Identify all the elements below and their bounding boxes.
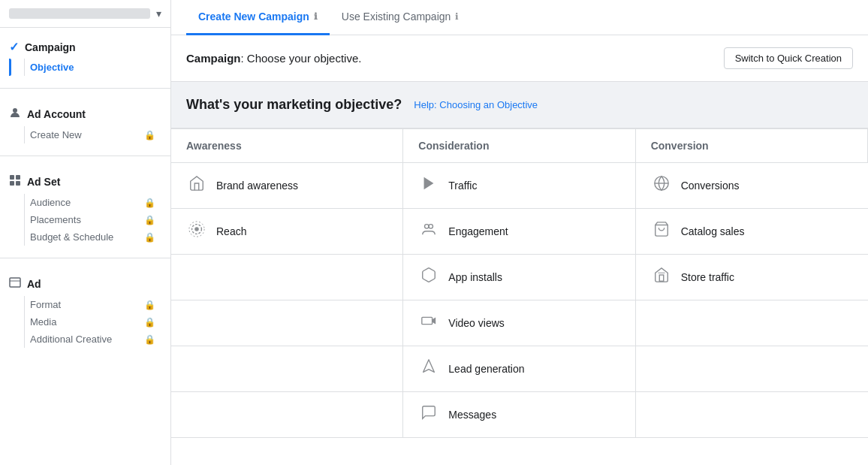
sidebar-ad-account-header: Ad Account <box>9 107 161 122</box>
svg-rect-3 <box>10 181 14 186</box>
objective-header: Campaign: Choose your objective. Switch … <box>171 35 868 82</box>
sidebar-ad-set-section: Ad Set Audience 🔒 Placements 🔒 Budget & … <box>0 162 170 252</box>
ad-icon <box>9 276 21 291</box>
video-views-icon <box>418 313 439 334</box>
col-header-consideration: Consideration <box>403 129 635 163</box>
svg-rect-2 <box>16 175 20 180</box>
svg-rect-4 <box>16 181 20 186</box>
sidebar-ad-account-section: Ad Account Create New 🔒 <box>0 95 170 149</box>
obj-empty-r5-c1 <box>171 346 403 392</box>
sidebar-item-placements[interactable]: Placements 🔒 <box>9 211 161 228</box>
obj-engagement[interactable]: Engagement <box>403 209 635 255</box>
lock-icon-additional-creative: 🔒 <box>144 334 155 345</box>
sidebar-create-new-label: Create New <box>30 129 144 140</box>
account-selector[interactable]: ▾ <box>0 0 170 28</box>
brand-awareness-label: Brand awareness <box>216 180 298 192</box>
svg-rect-15 <box>659 275 664 281</box>
marketing-title: What's your marketing objective? <box>186 97 402 113</box>
tab-use-existing-campaign[interactable]: Use Existing Campaign ℹ <box>330 0 472 35</box>
engagement-label: Engagement <box>448 225 508 237</box>
lock-icon-media: 🔒 <box>144 317 155 328</box>
sidebar-item-additional-creative[interactable]: Additional Creative 🔒 <box>9 331 161 348</box>
sidebar-item-audience[interactable]: Audience 🔒 <box>9 194 161 211</box>
sidebar-campaign-header: ✓ Campaign <box>9 40 161 54</box>
obj-brand-awareness[interactable]: Brand awareness <box>171 163 403 209</box>
svg-point-9 <box>194 227 199 231</box>
obj-messages[interactable]: Messages <box>403 392 635 438</box>
marketing-help-link[interactable]: Help: Choosing an Objective <box>414 99 538 110</box>
obj-empty-r4-c3 <box>636 300 868 346</box>
obj-store-traffic[interactable]: Store traffic <box>636 255 868 300</box>
svg-point-12 <box>425 225 429 229</box>
marketing-section: What's your marketing objective? Help: C… <box>171 82 868 128</box>
traffic-icon <box>418 175 439 196</box>
lock-icon-audience: 🔒 <box>144 198 155 208</box>
sidebar-item-budget-schedule[interactable]: Budget & Schedule 🔒 <box>9 228 161 246</box>
store-traffic-label: Store traffic <box>681 271 734 283</box>
sidebar-ad-header: Ad <box>9 276 161 291</box>
divider-2 <box>0 156 170 156</box>
objective-title-rest: : Choose your objective. <box>241 52 362 65</box>
svg-rect-17 <box>422 317 432 324</box>
messages-label: Messages <box>448 409 496 421</box>
obj-catalog-sales[interactable]: Catalog sales <box>636 209 868 255</box>
sidebar: ▾ ✓ Campaign Objective Ad Account Create… <box>0 0 171 465</box>
lock-icon-placements: 🔒 <box>144 215 155 225</box>
obj-video-views[interactable]: Video views <box>403 300 635 346</box>
video-views-label: Video views <box>448 317 504 329</box>
lock-icon-format: 🔒 <box>144 300 155 310</box>
obj-empty-r6-c1 <box>171 392 403 438</box>
reach-label: Reach <box>216 225 246 237</box>
main-content: Create New Campaign ℹ Use Existing Campa… <box>171 0 868 465</box>
brand-awareness-icon <box>186 175 207 196</box>
sidebar-campaign-section: ✓ Campaign Objective <box>0 28 170 82</box>
objective-title-bold: Campaign <box>186 52 241 65</box>
obj-app-installs[interactable]: App installs <box>403 255 635 300</box>
obj-reach[interactable]: Reach <box>171 209 403 255</box>
sidebar-item-create-new-ad[interactable]: Create New 🔒 <box>9 126 161 143</box>
objectives-grid: Awareness Consideration Conversion Brand… <box>171 128 868 438</box>
sidebar-campaign-label: Campaign <box>25 41 76 53</box>
obj-empty-r4-c1 <box>171 300 403 346</box>
svg-point-0 <box>13 108 17 113</box>
catalog-sales-icon <box>651 221 672 242</box>
objectives-container: Awareness Consideration Conversion Brand… <box>171 128 868 465</box>
sidebar-ad-set-header: Ad Set <box>9 174 161 189</box>
col-header-conversion: Conversion <box>636 129 868 163</box>
obj-conversions[interactable]: Conversions <box>636 163 868 209</box>
lead-generation-label: Lead generation <box>448 363 524 375</box>
sidebar-item-media[interactable]: Media 🔒 <box>9 313 161 331</box>
obj-lead-generation[interactable]: Lead generation <box>403 346 635 392</box>
reach-icon <box>186 221 207 242</box>
svg-marker-19 <box>423 360 435 373</box>
sidebar-item-objective[interactable]: Objective <box>9 59 161 76</box>
traffic-label: Traffic <box>448 180 477 192</box>
app-installs-icon <box>418 267 439 288</box>
sidebar-ad-label: Ad <box>27 278 41 290</box>
conversions-label: Conversions <box>681 180 740 192</box>
svg-rect-1 <box>10 175 14 180</box>
obj-empty-r6-c3 <box>636 392 868 438</box>
svg-point-13 <box>429 225 433 229</box>
tab-use-existing-label: Use Existing Campaign <box>342 11 451 23</box>
tab-create-new-label: Create New Campaign <box>198 11 309 23</box>
divider-1 <box>0 88 170 89</box>
sidebar-ad-account-label: Ad Account <box>27 108 86 120</box>
sidebar-budget-label: Budget & Schedule <box>30 231 144 243</box>
sidebar-ad-set-label: Ad Set <box>27 176 60 188</box>
quick-creation-button[interactable]: Switch to Quick Creation <box>724 47 853 69</box>
lock-icon-budget: 🔒 <box>144 232 155 243</box>
tabs-bar: Create New Campaign ℹ Use Existing Campa… <box>171 0 868 35</box>
sidebar-item-format[interactable]: Format 🔒 <box>9 296 161 313</box>
ad-set-icon <box>9 174 21 189</box>
conversions-icon <box>651 175 672 196</box>
store-traffic-icon <box>651 267 672 288</box>
messages-icon <box>418 404 439 425</box>
obj-traffic[interactable]: Traffic <box>403 163 635 209</box>
lock-icon-create-new: 🔒 <box>144 130 155 140</box>
svg-rect-5 <box>10 278 20 287</box>
engagement-icon <box>418 221 439 242</box>
sidebar-ad-section: Ad Format 🔒 Media 🔒 Additional Creative … <box>0 264 170 354</box>
sidebar-audience-label: Audience <box>30 197 144 208</box>
tab-create-new-campaign[interactable]: Create New Campaign ℹ <box>186 0 330 35</box>
